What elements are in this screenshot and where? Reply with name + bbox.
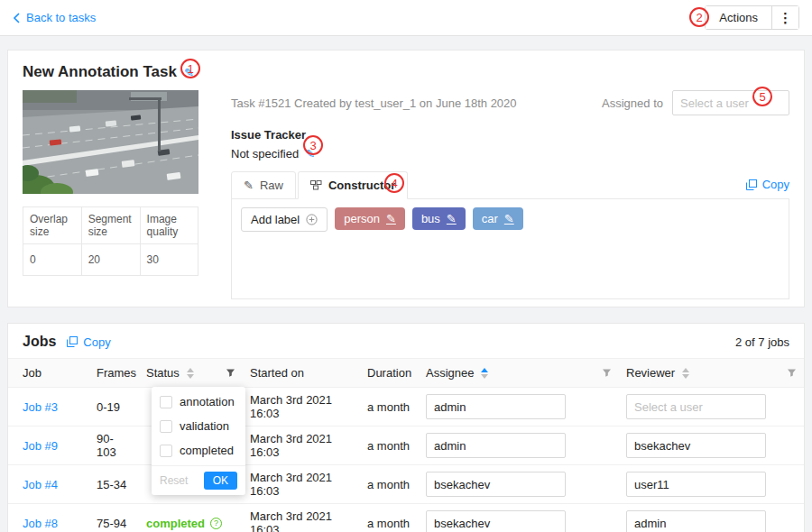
checkbox-annotation[interactable] — [160, 396, 172, 408]
kebab-icon: ⋮ — [779, 10, 792, 25]
reviewer-sort-icon[interactable] — [682, 368, 689, 379]
status-cell: completed ? — [139, 504, 243, 532]
edit-label-bus-icon[interactable]: ✎ — [447, 212, 457, 225]
question-circle-icon[interactable]: ? — [210, 518, 222, 529]
job-link-8[interactable]: Job #8 — [23, 517, 58, 530]
copy-labels-label: Copy — [762, 178, 789, 191]
assignee-filter-icon[interactable] — [602, 368, 612, 378]
label-chip-bus[interactable]: bus ✎ — [412, 207, 466, 230]
pencil-icon: ✎ — [244, 179, 254, 192]
task-title: New Annotation Task — [23, 63, 177, 81]
param-value-quality: 30 — [140, 244, 198, 276]
plus-circle-icon — [306, 214, 318, 225]
annotation-circle-3: 3 — [303, 135, 323, 155]
status-sort-icon[interactable] — [187, 368, 194, 379]
copy-jobs-label: Copy — [83, 335, 110, 349]
actions-button[interactable]: Actions — [706, 6, 771, 29]
jobs-table-header-row: Job Frames Status Started on Duration As… — [8, 359, 804, 388]
filter-ok-button[interactable]: OK — [204, 472, 237, 490]
jobs-title: Jobs — [23, 334, 56, 350]
job-row-3: Job #3 0-19 March 3rd 2021 16:03 a month — [8, 388, 804, 427]
frames-cell: 75-94 — [89, 504, 139, 532]
started-cell: March 3rd 2021 16:03 — [243, 465, 360, 504]
edit-label-car-icon[interactable]: ✎ — [504, 212, 514, 225]
add-label-button-label: Add label — [251, 213, 300, 226]
back-to-tasks-link[interactable]: Back to tasks — [13, 11, 96, 24]
actions-button-group: Actions ⋮ — [705, 5, 799, 30]
jobs-count: 2 of 7 jobs — [735, 335, 789, 349]
filter-option-completed-label: completed — [180, 444, 234, 457]
duration-cell: a month — [360, 388, 419, 427]
param-header-segment: Segment size — [81, 207, 140, 244]
label-chip-bus-name: bus — [421, 212, 440, 225]
assignee-sort-icon[interactable] — [481, 368, 488, 379]
frames-cell: 90-103 — [89, 427, 139, 465]
duration-cell: a month — [360, 427, 419, 465]
started-cell: March 3rd 2021 16:03 — [243, 427, 360, 465]
column-header-reviewer: Reviewer — [619, 359, 804, 388]
status-filter-icon[interactable] — [226, 368, 235, 378]
status-filter-dropdown: annotation validation completed Reset OK — [152, 387, 245, 495]
started-cell: March 3rd 2021 16:03 — [243, 388, 360, 427]
param-value-segment: 20 — [81, 244, 140, 276]
reviewer-filter-icon[interactable] — [787, 368, 797, 378]
more-actions-button[interactable]: ⋮ — [771, 6, 798, 29]
reviewer-input-job8[interactable] — [626, 510, 766, 532]
param-value-overlap: 0 — [23, 244, 82, 276]
reviewer-input-job4[interactable] — [626, 472, 766, 497]
issue-tracker-value: Not specified — [231, 147, 299, 161]
assignee-input-job4[interactable] — [426, 472, 566, 497]
task-info-column: Task #1521 Created by test_user_1 on Jun… — [231, 90, 789, 299]
filter-reset-link[interactable]: Reset — [160, 474, 188, 487]
edit-label-person-icon[interactable]: ✎ — [386, 212, 396, 225]
started-cell: March 3rd 2021 16:03 — [243, 504, 360, 532]
annotation-circle-5: 5 — [752, 87, 772, 106]
annotation-circle-2: 2 — [689, 7, 709, 27]
annotation-circle-1: 1 — [180, 59, 200, 78]
column-header-frames: Frames — [89, 359, 139, 388]
copy-labels-link[interactable]: Copy — [746, 178, 789, 191]
cvat-task-page: Back to tasks Actions ⋮ New Annotation T… — [0, 0, 812, 532]
checkbox-validation[interactable] — [160, 420, 172, 433]
assignee-input-job8[interactable] — [426, 510, 566, 532]
duration-cell: a month — [360, 465, 419, 504]
job-link-4[interactable]: Job #4 — [23, 478, 58, 491]
back-to-tasks-label: Back to tasks — [26, 11, 96, 24]
checkbox-completed[interactable] — [160, 445, 172, 457]
tab-raw-label: Raw — [260, 179, 283, 192]
filter-option-completed[interactable]: completed — [152, 438, 245, 463]
tab-raw[interactable]: ✎ Raw — [231, 171, 296, 199]
copy-icon — [746, 179, 757, 190]
labels-constructor-panel: Add label person ✎ bus ✎ car ✎ — [231, 198, 789, 299]
assignee-input-job3[interactable] — [426, 394, 566, 419]
frames-cell: 15-34 — [89, 465, 139, 504]
job-row-9: Job #9 90-103 March 3rd 2021 16:03 a mon… — [8, 427, 804, 465]
label-chip-car[interactable]: car ✎ — [473, 207, 523, 230]
column-header-status: Status — [139, 359, 243, 388]
chevron-left-icon — [13, 13, 20, 23]
filter-option-validation[interactable]: validation — [152, 414, 245, 438]
reviewer-input-job9[interactable] — [626, 433, 766, 458]
job-row-8: Job #8 75-94 completed ? March 3rd 2021 … — [8, 504, 804, 532]
status-completed-text: completed — [146, 517, 205, 530]
label-chip-car-name: car — [482, 212, 498, 225]
reviewer-input-job3[interactable] — [626, 394, 766, 419]
task-params-table: Overlap size Segment size Image quality … — [23, 206, 198, 276]
column-header-status-label: Status — [146, 366, 180, 380]
annotation-circle-4: 4 — [384, 173, 404, 193]
jobs-table: Job Frames Status Started on Duration As… — [8, 358, 804, 532]
column-header-started: Started on — [243, 359, 360, 388]
copy-icon — [67, 336, 78, 347]
job-link-3[interactable]: Job #3 — [23, 400, 58, 414]
job-link-9[interactable]: Job #9 — [23, 439, 58, 453]
label-chip-person-name: person — [344, 212, 380, 225]
column-header-assignee-label: Assignee — [426, 366, 474, 380]
assignee-input-job9[interactable] — [426, 433, 566, 458]
add-label-button[interactable]: Add label — [241, 207, 328, 232]
frames-cell: 0-19 — [89, 388, 139, 427]
label-chip-person[interactable]: person ✎ — [335, 207, 405, 230]
column-header-job: Job — [8, 359, 89, 388]
task-preview-column: Overlap size Segment size Image quality … — [23, 90, 198, 299]
filter-option-annotation[interactable]: annotation — [152, 390, 245, 414]
copy-jobs-link[interactable]: Copy — [67, 335, 110, 349]
